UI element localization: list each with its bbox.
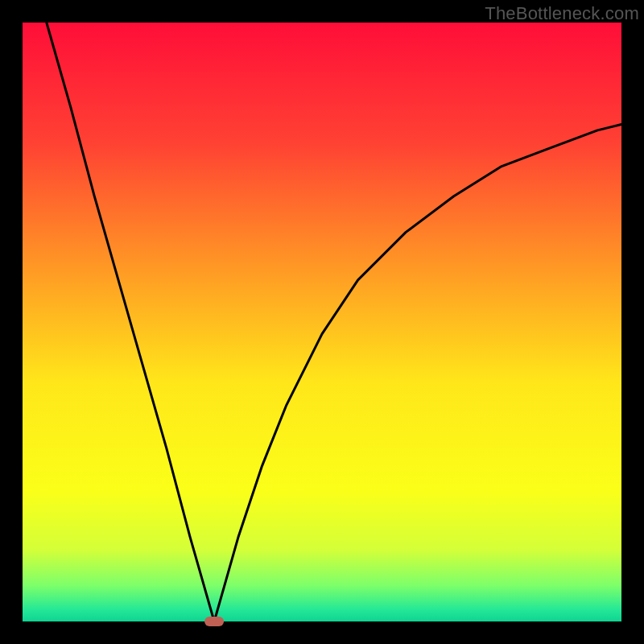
bottleneck-chart: [0, 0, 644, 644]
chart-container: TheBottleneck.com: [0, 0, 644, 644]
chart-plot-area: [23, 23, 621, 621]
watermark-label: TheBottleneck.com: [485, 3, 639, 24]
optimum-marker: [204, 617, 224, 626]
